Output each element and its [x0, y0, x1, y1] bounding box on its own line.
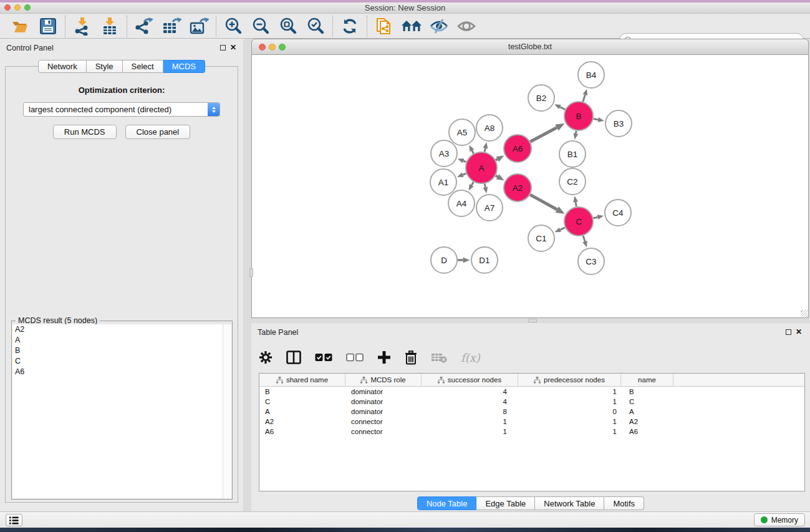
edge-B-B3[interactable] — [594, 118, 599, 119]
result-item[interactable]: A — [12, 335, 223, 346]
cell-shared-name[interactable]: A6 — [259, 428, 345, 435]
edge-B-B2[interactable] — [560, 107, 565, 109]
tab-select[interactable]: Select — [123, 60, 163, 73]
column-header-name[interactable]: name — [621, 374, 673, 386]
edge-C-C2[interactable] — [576, 202, 576, 206]
table-row[interactable]: A6connector11A6 — [259, 427, 804, 437]
float-panel-icon[interactable] — [220, 45, 226, 51]
graph-node-A3[interactable]: A3 — [431, 140, 457, 167]
graph-node-C4[interactable]: C4 — [605, 200, 631, 226]
edge-A-A3[interactable] — [463, 161, 466, 162]
resize-grip-icon[interactable] — [801, 310, 808, 317]
graph-node-D[interactable]: D — [431, 247, 457, 273]
delete-column-trash-icon[interactable] — [405, 351, 417, 365]
table-settings-gear-icon[interactable] — [259, 351, 272, 364]
tab-mcds[interactable]: MCDS — [163, 60, 205, 73]
export-table-button[interactable] — [160, 16, 183, 37]
show-graphics-details-button[interactable] — [455, 16, 478, 37]
graph-node-A8[interactable]: A8 — [476, 115, 503, 141]
graph-node-D1[interactable]: D1 — [471, 247, 498, 273]
cell-predecessor-nodes[interactable]: 1 — [518, 398, 621, 405]
save-session-button[interactable] — [36, 16, 60, 37]
result-scrollbar[interactable] — [223, 324, 231, 498]
zoom-fit-button[interactable] — [276, 16, 300, 37]
cell-name[interactable]: C — [621, 398, 673, 405]
cell-successor-nodes[interactable]: 4 — [422, 388, 518, 395]
cell-successor-nodes[interactable]: 1 — [422, 418, 518, 425]
graph-node-A[interactable]: A — [466, 152, 497, 183]
graph-node-B3[interactable]: B3 — [605, 110, 632, 137]
duplicate-network-button[interactable] — [372, 16, 396, 37]
close-panel-icon[interactable]: ✕ — [796, 327, 802, 336]
cell-shared-name[interactable]: B — [259, 388, 345, 395]
memory-button[interactable]: Memory — [754, 513, 805, 526]
zoom-in-button[interactable] — [221, 16, 245, 37]
home-button[interactable] — [400, 16, 423, 37]
cell-MCDS-role[interactable]: connector — [345, 428, 422, 435]
cell-predecessor-nodes[interactable]: 0 — [518, 408, 621, 415]
deselect-all-checkboxes-icon[interactable] — [346, 353, 364, 362]
column-header-successor-nodes[interactable]: successor nodes — [422, 374, 518, 386]
export-network-button[interactable] — [132, 16, 156, 37]
graph-node-A1[interactable]: A1 — [430, 169, 456, 195]
network-graph[interactable]: AA6A2BCA1A3A4A5A7A8B1B2B3B4C1C2C3C4DD1 — [252, 55, 808, 317]
open-session-button[interactable] — [9, 16, 32, 37]
refresh-button[interactable] — [338, 16, 362, 37]
cell-name[interactable]: B — [621, 388, 673, 395]
edge-A-A8[interactable] — [485, 148, 485, 152]
result-item[interactable]: C — [12, 356, 223, 367]
graph-node-A2[interactable]: A2 — [504, 174, 531, 201]
graph-node-A7[interactable]: A7 — [476, 195, 503, 221]
graph-node-C3[interactable]: C3 — [578, 248, 604, 274]
cell-MCDS-role[interactable]: connector — [345, 418, 422, 425]
tab-motifs[interactable]: Motifs — [604, 496, 644, 510]
edge-A-A2[interactable] — [496, 176, 498, 177]
result-item[interactable]: A6 — [12, 367, 223, 377]
graph-node-C2[interactable]: C2 — [559, 168, 586, 195]
graph-node-B4[interactable]: B4 — [578, 62, 604, 88]
splitter-handle[interactable] — [528, 319, 537, 322]
add-column-icon[interactable] — [377, 351, 391, 364]
select-all-checkboxes-icon[interactable] — [315, 353, 332, 362]
column-header-MCDS-role[interactable]: MCDS role — [345, 374, 422, 386]
table-row[interactable]: Cdominator41C — [259, 397, 804, 407]
cell-shared-name[interactable]: A2 — [259, 418, 345, 425]
edge-C-C1[interactable] — [560, 228, 565, 230]
cell-MCDS-role[interactable]: dominator — [345, 388, 422, 395]
graph-node-A4[interactable]: A4 — [448, 190, 475, 216]
hide-graphics-details-button[interactable] — [427, 16, 451, 37]
run-mcds-button[interactable]: Run MCDS — [53, 125, 117, 139]
edge-A-A5[interactable] — [472, 150, 474, 153]
zoom-out-button[interactable] — [249, 16, 272, 37]
edge-C-C3[interactable] — [583, 236, 585, 241]
cell-predecessor-nodes[interactable]: 1 — [518, 388, 621, 395]
tab-node-table[interactable]: Node Table — [417, 496, 477, 510]
mcds-result-list[interactable]: A2ABCA6 — [12, 324, 223, 498]
cell-successor-nodes[interactable]: 4 — [422, 398, 518, 405]
import-table-button[interactable] — [98, 16, 122, 37]
splitter-handle[interactable] — [249, 268, 253, 277]
cell-MCDS-role[interactable]: dominator — [345, 398, 422, 405]
edge-B-B4[interactable] — [583, 95, 585, 102]
graph-node-B[interactable]: B — [564, 102, 593, 130]
table-row[interactable]: Adominator80A — [259, 407, 804, 417]
tab-network-table[interactable]: Network Table — [535, 496, 604, 510]
cell-successor-nodes[interactable]: 8 — [422, 408, 518, 415]
import-network-button[interactable] — [70, 16, 94, 37]
edge-A2-C[interactable] — [530, 195, 557, 210]
column-selector-icon[interactable] — [286, 351, 301, 364]
graph-node-B2[interactable]: B2 — [528, 85, 554, 111]
float-panel-icon[interactable] — [786, 329, 791, 335]
export-image-button[interactable] — [187, 16, 211, 37]
graph-node-B1[interactable]: B1 — [559, 141, 586, 167]
network-window-titlebar[interactable]: testGlobe.txt — [251, 39, 809, 55]
tab-network[interactable]: Network — [38, 60, 87, 73]
network-canvas[interactable]: AA6A2BCA1A3A4A5A7A8B1B2B3B4C1C2C3C4DD1 — [251, 55, 809, 318]
cell-name[interactable]: A2 — [621, 418, 673, 425]
cell-name[interactable]: A — [621, 408, 673, 415]
result-item[interactable]: B — [12, 346, 223, 356]
column-header-predecessor-nodes[interactable]: predecessor nodes — [518, 374, 621, 386]
table-row[interactable]: A2connector11A2 — [259, 417, 804, 427]
column-header-shared-name[interactable]: shared name — [259, 374, 345, 386]
edge-B-B1[interactable] — [576, 131, 576, 133]
